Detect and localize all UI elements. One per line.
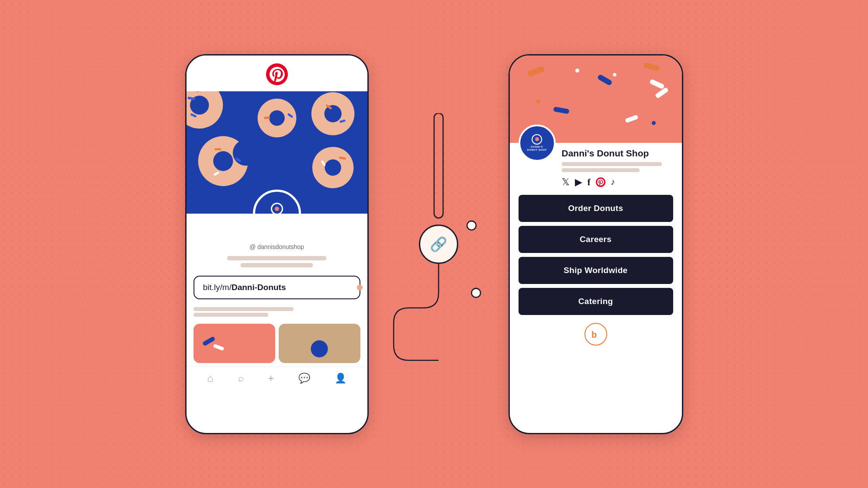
facebook-icon[interactable]: f bbox=[588, 177, 591, 188]
donut-banner: DANNI'SDONUT SHOP bbox=[187, 91, 367, 214]
social-icons-row: 𝕏 ▶ f ♪ bbox=[562, 177, 673, 188]
right-profile-logo: DANNI'SDONUT SHOP bbox=[519, 125, 556, 162]
nav-profile-icon[interactable]: 👤 bbox=[335, 373, 346, 384]
url-text: bit.ly/m/Danni-Donuts bbox=[203, 283, 286, 292]
btn-ship-worldwide[interactable]: Ship Worldwide bbox=[519, 257, 673, 284]
nav-add-icon[interactable]: + bbox=[268, 372, 274, 384]
link-buttons-container: Order Donuts Careers Ship Worldwide Cate… bbox=[510, 188, 682, 315]
left-username: @ dannisdonutshop bbox=[249, 243, 304, 250]
right-phone-footer: b bbox=[510, 315, 682, 353]
url-prefix: bit.ly/m/ bbox=[203, 283, 232, 292]
thumb-right bbox=[279, 324, 360, 363]
btn-order-donuts[interactable]: Order Donuts bbox=[519, 195, 673, 222]
nav-chat-icon[interactable]: 💬 bbox=[298, 373, 310, 384]
svg-rect-31 bbox=[434, 113, 443, 218]
bottom-nav: ⌂ ⌕ + 💬 👤 bbox=[187, 367, 367, 390]
shop-name: Danni's Donut Shop bbox=[562, 148, 673, 159]
bitly-logo-icon[interactable]: b bbox=[584, 323, 607, 346]
pinterest-header bbox=[187, 55, 367, 91]
right-profile-info: Danni's Donut Shop 𝕏 ▶ f ♪ bbox=[562, 143, 673, 188]
left-phone: DANNI'SDONUT SHOP @ dannisdonutshop bit.… bbox=[185, 54, 369, 434]
nav-search-icon[interactable]: ⌕ bbox=[238, 373, 244, 384]
svg-rect-20 bbox=[214, 148, 221, 150]
pinterest-small-icon[interactable] bbox=[596, 177, 605, 187]
right-profile-section: DANNI'SDONUT SHOP Danni's Donut Shop 𝕏 ▶… bbox=[510, 143, 682, 188]
svg-text:b: b bbox=[591, 330, 597, 339]
thumb-left bbox=[194, 324, 275, 363]
btn-catering[interactable]: Catering bbox=[519, 288, 673, 315]
link-chain-icon: 🔗 bbox=[419, 225, 458, 264]
youtube-icon[interactable]: ▶ bbox=[575, 177, 582, 188]
thumbnails bbox=[187, 320, 367, 367]
twitter-icon[interactable]: 𝕏 bbox=[562, 177, 570, 188]
btn-careers[interactable]: Careers bbox=[519, 226, 673, 253]
svg-point-33 bbox=[471, 288, 481, 298]
url-badge[interactable]: bit.ly/m/Danni-Donuts bbox=[194, 276, 360, 299]
pinterest-logo-icon bbox=[266, 63, 288, 85]
tiktok-icon[interactable]: ♪ bbox=[611, 177, 615, 187]
url-suffix: Danni-Donuts bbox=[232, 283, 286, 292]
right-phone: DANNI'SDONUT SHOP Danni's Donut Shop 𝕏 ▶… bbox=[508, 54, 683, 434]
nav-home-icon[interactable]: ⌂ bbox=[207, 372, 214, 384]
connector-area: 🔗 bbox=[369, 91, 508, 397]
svg-point-32 bbox=[467, 221, 476, 230]
url-connector-dot bbox=[357, 284, 363, 290]
scene: DANNI'SDONUT SHOP @ dannisdonutshop bit.… bbox=[185, 54, 683, 434]
